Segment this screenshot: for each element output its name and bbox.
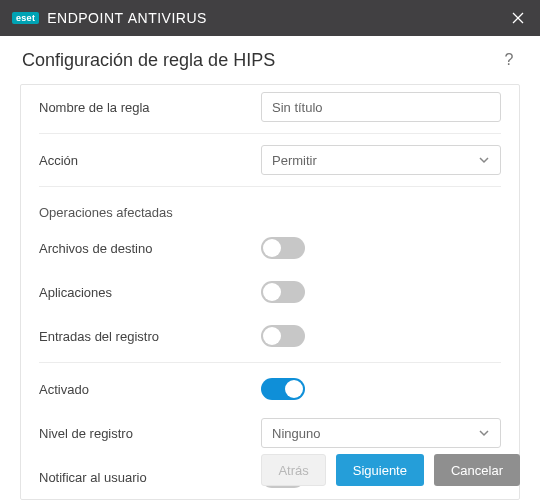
divider [39,133,501,134]
titlebar: eset ENDPOINT ANTIVIRUS [0,0,540,36]
target-files-label: Archivos de destino [39,241,261,256]
rule-name-label: Nombre de la regla [39,100,261,115]
form-panel: Nombre de la regla Acción Permitir Opera… [20,84,520,500]
chevron-down-icon [478,154,490,166]
rule-name-input[interactable] [261,92,501,122]
row-action: Acción Permitir [39,138,501,182]
next-button[interactable]: Siguiente [336,454,424,486]
divider [39,362,501,363]
action-select-value: Permitir [272,153,317,168]
log-level-label: Nivel de registro [39,426,261,441]
product-name-thin: ENDPOINT [47,10,127,26]
row-apps: Aplicaciones [39,270,501,314]
cancel-button[interactable]: Cancelar [434,454,520,486]
page-header: Configuración de regla de HIPS ? [0,36,540,84]
page-title: Configuración de regla de HIPS [22,50,500,71]
enabled-label: Activado [39,382,261,397]
registry-label: Entradas del registro [39,329,261,344]
action-select[interactable]: Permitir [261,145,501,175]
enabled-toggle[interactable] [261,378,305,400]
row-enabled: Activado [39,367,501,411]
brand-badge: eset [12,12,39,24]
chevron-down-icon [478,427,490,439]
registry-toggle[interactable] [261,325,305,347]
apps-toggle[interactable] [261,281,305,303]
target-files-toggle[interactable] [261,237,305,259]
log-level-select-value: Ninguno [272,426,320,441]
help-icon[interactable]: ? [500,51,518,69]
apps-label: Aplicaciones [39,285,261,300]
action-label: Acción [39,153,261,168]
product-name-bold: ANTIVIRUS [128,10,207,26]
close-icon[interactable] [508,8,528,28]
divider [39,186,501,187]
row-registry: Entradas del registro [39,314,501,358]
row-target-files: Archivos de destino [39,226,501,270]
back-button: Atrás [261,454,325,486]
affected-ops-heading: Operaciones afectadas [39,191,501,226]
row-rule-name: Nombre de la regla [39,85,501,129]
footer: Atrás Siguiente Cancelar [0,440,540,500]
product-name: ENDPOINT ANTIVIRUS [47,10,207,26]
